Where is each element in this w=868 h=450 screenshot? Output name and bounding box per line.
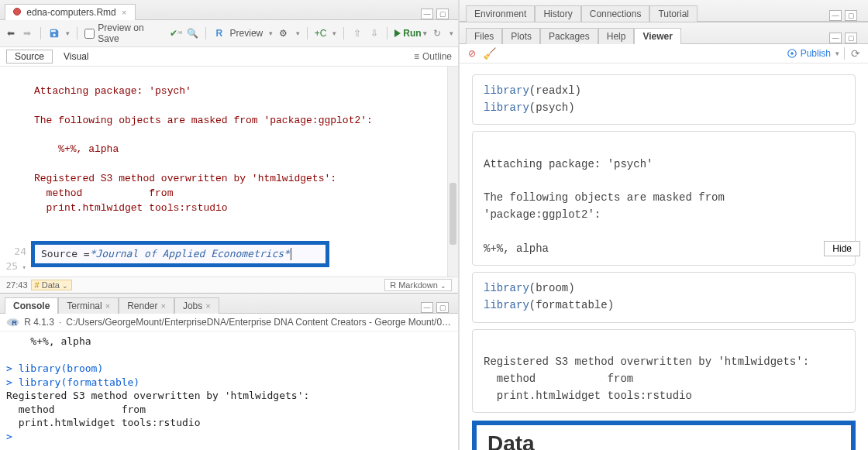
maximize-pane-icon[interactable]: ▢: [845, 33, 857, 43]
file-tab[interactable]: edna-computers.Rmd ×: [5, 4, 136, 20]
source-toolbar: ⬅ ➡ ▾ Preview on Save ✔ᴬᴮ 🔍 R Preview ▾: [0, 20, 458, 47]
console-line: Registered S3 method overwritten by 'htm…: [6, 390, 309, 401]
console-line: > library(formattable): [6, 376, 140, 388]
console-prompt[interactable]: >: [6, 431, 19, 442]
remove-viewer-icon[interactable]: ⊘: [466, 47, 478, 60]
find-icon[interactable]: 🔍: [187, 27, 198, 40]
maximize-pane-icon[interactable]: ▢: [845, 10, 857, 21]
right-lower-tabstrip: Files Plots Packages Help Viewer — ▢: [460, 22, 868, 44]
text-cursor: [291, 248, 291, 260]
hide-button[interactable]: Hide: [824, 241, 860, 256]
save-menu-icon[interactable]: ▾: [66, 29, 70, 37]
section-chip[interactable]: # Data ⌄: [31, 280, 73, 290]
tab-terminal[interactable]: Terminal×: [58, 297, 119, 314]
tab-render[interactable]: Render×: [119, 297, 174, 314]
close-icon[interactable]: ×: [161, 301, 166, 311]
highlighted-source-line: Source = *Journal of Applied Econometric…: [31, 241, 329, 267]
scrollbar-thumb[interactable]: [450, 183, 456, 245]
run-icon: [394, 29, 401, 37]
svg-point-3: [790, 52, 794, 55]
r-working-dir: C:/Users/GeorgeMount/EnterpriseDNA/Enter…: [66, 317, 452, 328]
mode-visual-button[interactable]: Visual: [56, 50, 96, 63]
publish-button[interactable]: Publish ▾: [787, 48, 839, 59]
output-line: The following objects are masked from 'p…: [34, 115, 373, 126]
spellcheck-icon[interactable]: ✔ᴬᴮ: [170, 27, 182, 40]
tab-viewer[interactable]: Viewer: [634, 28, 680, 44]
preview-button[interactable]: Preview: [230, 28, 264, 39]
maximize-pane-icon[interactable]: ▢: [436, 302, 449, 313]
console-line: > library(broom): [6, 362, 103, 374]
console-tabstrip: Console Terminal× Render× Jobs× — ▢: [0, 294, 458, 314]
close-icon[interactable]: ×: [205, 301, 210, 311]
output-line: print.htmlwidget tools:rstudio: [34, 202, 228, 214]
console-output[interactable]: %+%, alpha > library(broom) > library(fo…: [0, 331, 458, 450]
close-icon[interactable]: ×: [105, 301, 110, 311]
minimize-pane-icon[interactable]: —: [829, 10, 842, 21]
rendered-data-section: Data Source = Journal of Applied Econome…: [472, 421, 856, 450]
run-button[interactable]: Run ▾: [394, 28, 426, 39]
minimize-pane-icon[interactable]: —: [421, 9, 433, 19]
run-label: Run: [403, 28, 421, 39]
console-line: method from: [6, 404, 146, 415]
tab-history[interactable]: History: [535, 5, 580, 22]
tab-help[interactable]: Help: [598, 28, 635, 44]
clear-viewer-icon[interactable]: 🧹: [483, 47, 495, 60]
source-line-prefix: Source =: [41, 247, 90, 262]
rmd-icon: [13, 8, 21, 15]
tab-jobs[interactable]: Jobs×: [174, 297, 219, 314]
preview-on-save-checkbox[interactable]: Preview on Save: [84, 22, 164, 44]
minimize-pane-icon[interactable]: —: [829, 33, 842, 43]
refresh-viewer-icon[interactable]: ⟳: [849, 47, 862, 60]
save-icon[interactable]: [48, 27, 60, 40]
restart-icon[interactable]: ↻: [432, 27, 443, 40]
console-line: %+%, alpha: [6, 335, 91, 347]
language-selector[interactable]: R Markdown ⌄: [384, 279, 452, 291]
console-path-row: R R 4.1.3 · C:/Users/GeorgeMount/Enterpr…: [0, 314, 458, 331]
code-block: library(readxl) library(psych): [472, 74, 856, 125]
r-version: R 4.1.3: [24, 317, 54, 328]
tab-connections[interactable]: Connections: [581, 5, 650, 22]
tab-environment[interactable]: Environment: [466, 5, 535, 22]
back-icon[interactable]: ⬅: [5, 27, 16, 40]
tab-packages[interactable]: Packages: [540, 28, 598, 44]
go-next-icon[interactable]: ⇩: [368, 27, 380, 40]
viewer-body[interactable]: library(readxl) library(psych) Attaching…: [460, 64, 868, 450]
svg-text:R: R: [12, 319, 17, 327]
tab-files[interactable]: Files: [466, 28, 502, 44]
settings-icon[interactable]: ⚙: [277, 27, 289, 40]
file-tab-label: edna-computers.Rmd: [26, 7, 115, 18]
output-block: Registered S3 method overwritten by 'htm…: [472, 329, 856, 414]
outline-icon: ≡: [414, 51, 419, 62]
source-mode-bar: Source Visual ≡ Outline: [0, 47, 458, 67]
line-gutter: 24 25 ▾ 26 27 28: [0, 67, 31, 277]
editor-body[interactable]: 24 25 ▾ 26 27 28 Attaching package: 'psy…: [0, 67, 458, 277]
outline-toggle[interactable]: ≡ Outline: [414, 51, 452, 62]
output-line: Registered S3 method overwritten by 'htm…: [34, 173, 336, 184]
go-prev-icon[interactable]: ⇧: [351, 27, 363, 40]
mode-source-button[interactable]: Source: [6, 50, 53, 64]
forward-icon[interactable]: ➡: [21, 27, 33, 40]
r-logo-icon: R: [6, 317, 19, 328]
editor-status-bar: 27:43 # Data ⌄ R Markdown ⌄: [0, 277, 458, 293]
publish-label: Publish: [801, 48, 831, 59]
knit-icon[interactable]: R: [213, 27, 225, 40]
code-block: library(broom) library(formattable): [472, 272, 856, 322]
tab-tutorial[interactable]: Tutorial: [649, 5, 698, 22]
output-line: %+%, alpha: [34, 143, 119, 155]
viewer-toolbar: ⊘ 🧹 Publish ▾ ⟳: [460, 44, 868, 64]
maximize-pane-icon[interactable]: ▢: [436, 9, 449, 19]
editor-scrollbar[interactable]: [447, 67, 458, 277]
preview-on-save-label: Preview on Save: [98, 22, 164, 44]
insert-chunk-icon[interactable]: +C: [315, 27, 327, 40]
source-tabstrip: edna-computers.Rmd × — ▢: [0, 0, 458, 20]
tab-console[interactable]: Console: [5, 297, 58, 314]
outline-label: Outline: [422, 51, 452, 62]
tab-plots[interactable]: Plots: [502, 28, 540, 44]
close-tab-icon[interactable]: ×: [122, 8, 126, 17]
preview-menu-icon[interactable]: ▾: [269, 29, 273, 37]
cursor-position: 27:43: [6, 280, 28, 290]
output-line: method from: [34, 187, 173, 199]
minimize-pane-icon[interactable]: —: [421, 302, 433, 313]
console-line: print.htmlwidget tools:rstudio: [6, 417, 200, 428]
preview-on-save-input[interactable]: [84, 29, 95, 39]
